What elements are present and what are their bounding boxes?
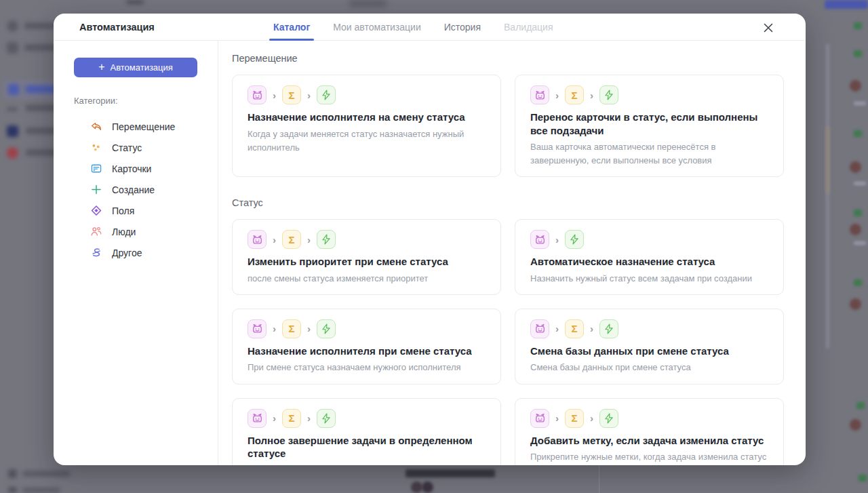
bg-search-blob — [349, 0, 387, 7]
bolt-icon — [565, 230, 584, 249]
catalog-section: Перемещение ›Σ› Назначение исполнителя н… — [232, 53, 784, 177]
card-description: При смене статуса назначаем нужного испо… — [248, 361, 486, 374]
card-grid: ›Σ› Назначение исполнителя на смену стат… — [232, 75, 784, 177]
automation-steps: ›Σ› — [248, 409, 486, 428]
automation-steps: ›Σ› — [530, 85, 768, 104]
automation-card[interactable]: ›Σ› Смена базы данных при смене статуса … — [515, 309, 784, 384]
chevron-right-icon: › — [590, 323, 593, 334]
category-item[interactable]: Другое — [74, 242, 218, 263]
card-description: Смена базы данных при смене статуса — [530, 361, 768, 374]
category-list: Перемещение Статус Карточки Создание Пол… — [74, 116, 218, 263]
bg-sidebar-icon — [7, 20, 18, 32]
diamond-icon — [90, 205, 102, 217]
bg-sidebar-icon — [7, 42, 18, 54]
bg-card-text — [854, 241, 866, 245]
automation-steps: ›Σ› — [248, 85, 486, 104]
card-grid: ›Σ› Изменить приоритет при смене статуса… — [232, 219, 784, 465]
sigma-icon: Σ — [282, 409, 301, 428]
bg-avatar — [411, 481, 422, 493]
chevron-right-icon: › — [555, 90, 559, 100]
category-item[interactable]: Карточки — [74, 158, 218, 179]
automation-card[interactable]: ›Σ› Назначение исполнителя при смене ста… — [232, 309, 501, 384]
card-title: Изменить приоритет при смене статуса — [248, 255, 486, 269]
bg-card-badge — [859, 475, 867, 481]
automation-card[interactable]: ›Σ› Изменить приоритет при смене статуса… — [232, 219, 501, 295]
modal-body: + Автоматизация Категории: Перемещение С… — [54, 41, 806, 465]
tab-1[interactable]: Мои автоматизации — [332, 14, 422, 40]
chevron-right-icon: › — [590, 413, 593, 423]
sigma-icon: Σ — [565, 409, 584, 428]
robot-icon — [530, 85, 549, 104]
close-button[interactable] — [761, 20, 776, 35]
bg-sidebar-text — [22, 471, 70, 477]
status-dots-icon — [90, 142, 102, 154]
bg-column-divider — [599, 465, 599, 493]
plus-icon — [90, 184, 102, 196]
modal-sidebar: + Автоматизация Категории: Перемещение С… — [54, 41, 218, 465]
card-title: Автоматическое назначение статуса — [530, 255, 768, 269]
card-description: при перемещении задачи в определенный ст… — [248, 464, 486, 465]
bolt-icon — [599, 319, 618, 338]
automation-steps: ›Σ› — [248, 230, 486, 249]
bg-avatar — [850, 298, 861, 310]
automation-card[interactable]: ›Σ› Назначение исполнителя на смену стат… — [232, 75, 501, 177]
bg-primary-button-blob — [825, 0, 868, 9]
section-title: Перемещение — [232, 53, 784, 64]
category-item[interactable]: Поля — [74, 200, 218, 221]
card-icon — [90, 163, 102, 175]
chevron-right-icon: › — [307, 413, 311, 423]
automation-steps: ›Σ› — [530, 409, 768, 428]
add-automation-button[interactable]: + Автоматизация — [74, 58, 197, 77]
chevron-right-icon: › — [555, 235, 559, 245]
category-item[interactable]: Статус — [74, 137, 218, 158]
bg-card-text — [854, 102, 866, 105]
chevron-right-icon: › — [273, 90, 276, 100]
bolt-icon — [317, 409, 336, 428]
category-item[interactable]: Люди — [74, 221, 218, 242]
robot-icon — [530, 319, 549, 338]
bg-sidebar-text — [22, 488, 60, 493]
bolt-icon — [599, 409, 618, 428]
category-item[interactable]: Создание — [74, 179, 218, 200]
robot-icon — [530, 230, 549, 249]
sigma-icon: Σ — [282, 85, 301, 104]
card-title: Полное завершение задачи в определенном … — [248, 434, 486, 460]
sigma-icon: Σ — [282, 319, 301, 338]
tab-2[interactable]: История — [443, 14, 482, 40]
bg-card-text — [854, 182, 866, 185]
sigma-icon: Σ — [282, 230, 301, 249]
card-title: Добавить метку, если задача изменила ста… — [530, 434, 768, 448]
automation-card[interactable]: ›Σ› Перенос карточки в статус, если выпо… — [515, 75, 784, 177]
robot-icon — [530, 409, 549, 428]
section-title: Статус — [232, 197, 784, 208]
chevron-right-icon: › — [307, 323, 311, 334]
catalog-content[interactable]: Перемещение ›Σ› Назначение исполнителя н… — [218, 41, 806, 465]
people-icon — [90, 226, 102, 238]
automation-card[interactable]: ›Σ› Добавить метку, если задача изменила… — [515, 398, 784, 465]
bg-avatar — [422, 481, 433, 493]
card-description: Когда у задачи меняется статус назначает… — [248, 127, 486, 155]
add-automation-label: Автоматизация — [110, 62, 172, 73]
bolt-icon — [317, 85, 336, 104]
robot-icon — [248, 85, 267, 104]
chevron-right-icon: › — [273, 323, 276, 334]
tab-0[interactable]: Каталог — [272, 14, 311, 40]
automation-steps: ›Σ› — [530, 319, 768, 338]
move-arrow-icon — [90, 121, 102, 133]
chevron-right-icon: › — [555, 323, 559, 334]
automation-steps: › — [530, 230, 768, 249]
automation-card[interactable]: ›Σ› Полное завершение задачи в определен… — [232, 398, 501, 465]
robot-icon — [248, 409, 267, 428]
bg-shape — [126, 0, 144, 4]
automation-modal: Автоматизация КаталогМои автоматизацииИс… — [54, 14, 806, 465]
automation-card[interactable]: › Автоматическое назначение статуса Назн… — [515, 219, 784, 295]
bg-card-badge — [854, 210, 862, 216]
bolt-icon — [317, 319, 336, 338]
bg-card-badge — [854, 22, 862, 29]
bolt-icon — [317, 230, 336, 249]
modal-header: Автоматизация КаталогМои автоматизацииИс… — [54, 14, 806, 41]
category-item[interactable]: Перемещение — [74, 116, 218, 137]
tab-3[interactable]: Валидация — [502, 14, 555, 40]
bg-avatar — [850, 224, 861, 235]
sigma-icon: Σ — [565, 319, 584, 338]
